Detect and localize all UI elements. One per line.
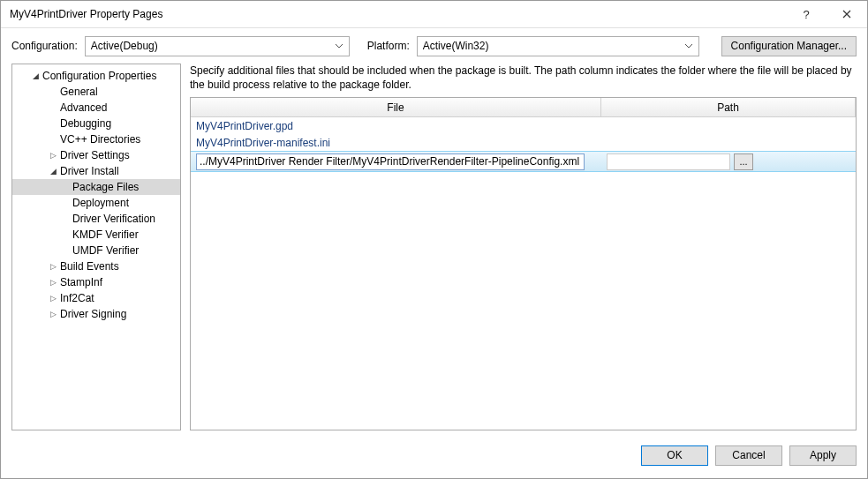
- tree-item[interactable]: ▷KMDF Verifier: [12, 227, 180, 243]
- tree-item[interactable]: ▷Package Files: [12, 179, 180, 195]
- tree-item-label: Inf2Cat: [58, 292, 94, 304]
- tree-item-label: Driver Verification: [71, 213, 155, 225]
- col-path[interactable]: Path: [601, 98, 856, 116]
- titlebar: MyV4PrintDriver Property Pages ?: [1, 1, 867, 28]
- tree-item[interactable]: ▷Build Events: [12, 258, 180, 274]
- tree-item-label: Driver Install: [58, 165, 119, 177]
- file-input[interactable]: [196, 153, 585, 170]
- help-button[interactable]: ?: [786, 1, 826, 27]
- chevron-right-icon: ▷: [48, 278, 58, 287]
- tree-item[interactable]: ▷StampInf: [12, 274, 180, 290]
- cancel-button[interactable]: Cancel: [715, 445, 782, 466]
- platform-dropdown[interactable]: Active(Win32): [417, 36, 699, 56]
- tree-item[interactable]: ▷Deployment: [12, 195, 180, 211]
- tree-item[interactable]: ▷Inf2Cat: [12, 290, 180, 306]
- tree-item-label: General: [58, 86, 98, 98]
- chevron-down-icon: [683, 41, 695, 53]
- chevron-right-icon: ▷: [48, 151, 58, 160]
- col-file[interactable]: File: [191, 98, 601, 116]
- tree-item[interactable]: ▷Debugging: [12, 116, 180, 131]
- configuration-dropdown[interactable]: Active(Debug): [85, 36, 350, 56]
- chevron-down-icon: ◢: [30, 71, 41, 80]
- file-cell-editing: [191, 153, 601, 170]
- footer: OK Cancel Apply: [1, 439, 867, 478]
- right-panel: Specify additional files that should be …: [181, 64, 857, 430]
- path-input[interactable]: [607, 153, 730, 170]
- tree-item-label: StampInf: [58, 276, 102, 288]
- apply-button[interactable]: Apply: [789, 445, 857, 466]
- grid-row-editing[interactable]: ...: [191, 151, 856, 172]
- configuration-manager-button[interactable]: Configuration Manager...: [721, 36, 857, 56]
- config-tree[interactable]: ◢Configuration Properties▷General▷Advanc…: [11, 64, 181, 430]
- tree-item[interactable]: ▷General: [12, 84, 180, 100]
- close-button[interactable]: [826, 1, 867, 27]
- grid-header: File Path: [191, 98, 856, 117]
- grid-row[interactable]: MyV4PrintDriver.gpd: [191, 117, 856, 134]
- window-title: MyV4PrintDriver Property Pages: [10, 8, 786, 20]
- chevron-right-icon: ▷: [48, 294, 58, 303]
- tree-item[interactable]: ▷Driver Settings: [12, 147, 180, 163]
- panel-description: Specify additional files that should be …: [190, 64, 857, 92]
- chevron-down-icon: ◢: [48, 167, 58, 176]
- body: ◢Configuration Properties▷General▷Advanc…: [1, 64, 867, 439]
- platform-label: Platform:: [367, 40, 410, 52]
- tree-item-label: Deployment: [71, 197, 129, 209]
- tree-item-label: Package Files: [71, 181, 139, 193]
- grid-row[interactable]: MyV4PrintDriver-manifest.ini: [191, 134, 856, 151]
- config-row: Configuration: Active(Debug) Platform: A…: [1, 28, 867, 64]
- tree-item[interactable]: ▷Driver Signing: [12, 306, 180, 322]
- ok-button[interactable]: OK: [641, 445, 708, 466]
- file-cell: MyV4PrintDriver.gpd: [191, 120, 601, 132]
- files-grid: File Path MyV4PrintDriver.gpdMyV4PrintDr…: [190, 97, 857, 430]
- tree-item-label: Driver Signing: [58, 308, 126, 320]
- chevron-right-icon: ▷: [48, 262, 58, 271]
- tree-item[interactable]: ▷Advanced: [12, 100, 180, 116]
- tree-item[interactable]: ▷Driver Verification: [12, 211, 180, 227]
- tree-item[interactable]: ▷VC++ Directories: [12, 131, 180, 147]
- tree-item-label: Advanced: [58, 101, 107, 114]
- tree-item-label: VC++ Directories: [58, 133, 140, 146]
- tree-item[interactable]: ◢Configuration Properties: [12, 68, 180, 84]
- configuration-value: Active(Debug): [91, 40, 158, 52]
- close-icon: [842, 10, 851, 19]
- grid-body: MyV4PrintDriver.gpdMyV4PrintDriver-manif…: [191, 117, 856, 172]
- tree-item[interactable]: ◢Driver Install: [12, 163, 180, 179]
- tree-item-label: Build Events: [58, 260, 119, 273]
- tree-item[interactable]: ▷UMDF Verifier: [12, 243, 180, 258]
- tree-item-label: KMDF Verifier: [71, 228, 139, 241]
- file-cell: MyV4PrintDriver-manifest.ini: [191, 137, 601, 149]
- tree-item-label: Driver Settings: [58, 149, 130, 161]
- chevron-right-icon: ▷: [48, 310, 58, 318]
- tree-item-label: UMDF Verifier: [71, 244, 139, 257]
- chevron-down-icon: [333, 41, 345, 53]
- tree-item-label: Debugging: [58, 117, 111, 130]
- platform-value: Active(Win32): [423, 40, 489, 52]
- path-cell-editing: ...: [601, 153, 856, 170]
- configuration-label: Configuration:: [11, 40, 78, 52]
- tree-item-label: Configuration Properties: [41, 70, 156, 82]
- browse-button[interactable]: ...: [734, 153, 753, 170]
